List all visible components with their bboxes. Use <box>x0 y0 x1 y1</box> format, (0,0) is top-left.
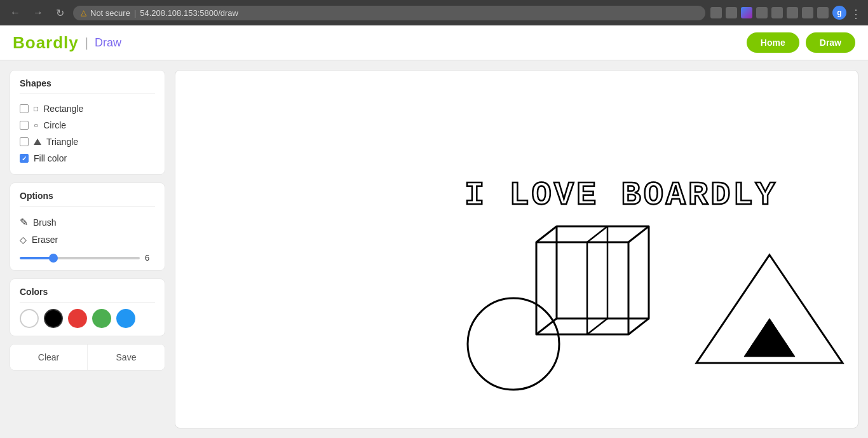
eraser-icon: ◇ <box>20 235 27 245</box>
colors-row <box>20 309 155 328</box>
rectangle-option[interactable]: □ Rectangle <box>20 100 155 117</box>
fill-color-label: Fill color <box>34 153 67 163</box>
fill-color-checkbox[interactable] <box>20 154 29 163</box>
brush-size-slider[interactable] <box>20 257 140 259</box>
color-black[interactable] <box>44 309 63 328</box>
extensions-icon[interactable] <box>787 7 798 18</box>
header-divider: | <box>85 36 88 50</box>
eraser-option[interactable]: ◇ Eraser <box>20 231 155 248</box>
rectangle-icon: □ <box>34 104 38 113</box>
app-header: Boardly | Draw Home Draw <box>0 25 868 60</box>
circle-label: Circle <box>43 120 66 130</box>
svg-rect-1 <box>536 242 628 334</box>
address-bar[interactable]: △ Not secure | 54.208.108.153:5800/draw <box>73 6 705 20</box>
rectangle-checkbox[interactable] <box>20 104 29 113</box>
cast-icon[interactable] <box>817 7 829 18</box>
triangle-option[interactable]: Triangle <box>20 133 155 150</box>
page-title: Draw <box>95 36 121 50</box>
refresh-button[interactable]: ↻ <box>52 6 68 20</box>
download-icon[interactable] <box>802 7 813 18</box>
svg-point-11 <box>468 298 559 390</box>
svg-text:I LOVE BOARDLY: I LOVE BOARDLY <box>465 177 778 214</box>
svg-line-6 <box>628 318 649 334</box>
back-button[interactable]: ← <box>6 6 24 20</box>
svg-marker-13 <box>744 318 795 357</box>
circle-checkbox[interactable] <box>20 121 29 130</box>
app-logo: Boardly <box>13 33 79 53</box>
svg-line-3 <box>536 226 557 242</box>
extension-icon[interactable] <box>741 7 752 18</box>
brush-size-value: 6 <box>145 253 155 263</box>
triangle-checkbox[interactable] <box>20 137 29 146</box>
security-warning-icon: △ <box>81 8 86 17</box>
address-text: 54.208.108.153:5800/draw <box>140 8 238 18</box>
color-blue[interactable] <box>116 309 135 328</box>
fill-color-option[interactable]: Fill color <box>20 150 155 167</box>
shapes-panel: Shapes □ Rectangle ○ Circle Triangle Fil… <box>10 70 165 175</box>
svg-line-4 <box>628 226 649 242</box>
brush-icon: ✎ <box>20 216 28 228</box>
colors-panel: Colors <box>10 278 165 336</box>
forward-button[interactable]: → <box>29 6 47 20</box>
home-button[interactable]: Home <box>747 32 799 53</box>
circle-icon: ○ <box>34 121 38 130</box>
svg-line-10 <box>587 318 607 334</box>
brush-size-row: 6 <box>20 253 155 263</box>
color-white[interactable] <box>20 309 39 328</box>
draw-button[interactable]: Draw <box>806 32 855 53</box>
sidebar: Shapes □ Rectangle ○ Circle Triangle Fil… <box>10 70 165 428</box>
colors-title: Colors <box>20 287 155 303</box>
clear-button[interactable]: Clear <box>10 345 88 370</box>
eraser-label: Eraser <box>32 235 58 245</box>
triangle-label: Triangle <box>46 137 78 147</box>
shapes-title: Shapes <box>20 78 155 94</box>
action-buttons: Clear Save <box>10 344 165 371</box>
profile-icon[interactable]: g <box>832 6 846 20</box>
header-buttons: Home Draw <box>747 32 855 53</box>
svg-rect-2 <box>557 226 649 318</box>
browser-actions: g ⋮ <box>710 6 862 20</box>
drawing-canvas[interactable]: I LOVE BOARDLY <box>175 71 858 428</box>
options-title: Options <box>20 191 155 207</box>
save-button[interactable]: Save <box>88 345 165 370</box>
canvas-area[interactable]: I LOVE BOARDLY <box>175 70 858 428</box>
options-panel: Options ✎ Brush ◇ Eraser 6 <box>10 182 165 271</box>
plugin-icon[interactable] <box>771 7 783 18</box>
browser-chrome: ← → ↻ △ Not secure | 54.208.108.153:5800… <box>0 0 868 25</box>
address-separator: | <box>134 8 136 18</box>
brush-label: Brush <box>33 217 57 228</box>
bookmark-icon[interactable] <box>726 7 737 18</box>
account-icon[interactable] <box>756 7 768 18</box>
main-layout: Shapes □ Rectangle ○ Circle Triangle Fil… <box>0 60 868 438</box>
rectangle-label: Rectangle <box>43 104 83 114</box>
triangle-icon <box>34 137 41 147</box>
svg-line-9 <box>587 226 607 242</box>
not-secure-label: Not secure <box>90 8 130 18</box>
share-icon[interactable] <box>710 7 722 18</box>
circle-option[interactable]: ○ Circle <box>20 117 155 133</box>
menu-icon[interactable]: ⋮ <box>850 7 862 18</box>
brush-option[interactable]: ✎ Brush <box>20 213 155 231</box>
color-green[interactable] <box>92 309 111 328</box>
color-red[interactable] <box>68 309 87 328</box>
